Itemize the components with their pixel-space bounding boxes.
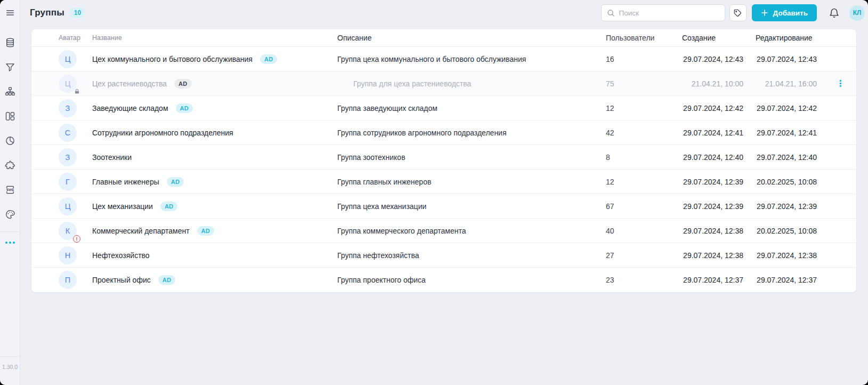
add-button-label: Добавить	[773, 9, 808, 17]
user-avatar[interactable]: КЛ	[849, 5, 865, 21]
sidebar-item-hierarchy[interactable]	[0, 86, 20, 97]
avatar-cell: З	[59, 148, 92, 166]
tag-icon	[733, 9, 742, 18]
notifications-button[interactable]	[829, 7, 840, 19]
avatar-cell: К!	[59, 222, 92, 240]
layout-icon	[5, 111, 15, 122]
kebab-menu-icon[interactable]: ⋮	[836, 79, 849, 88]
group-name: Сотрудники агрономного подразделения	[92, 129, 233, 137]
ellipsis-icon	[5, 242, 15, 244]
table-row[interactable]: ЦЦех коммунального и бытового обслуживан…	[31, 47, 856, 71]
created-date: 29.07.2024, 12:38	[677, 251, 743, 260]
table-row[interactable]: ННефтехозяйствоГруппа нефтехозяйства2729…	[31, 243, 856, 268]
sidebar-item-svg[interactable]: SVG	[0, 185, 20, 195]
avatar-cell: Ц	[59, 75, 92, 93]
sidebar-item-database[interactable]	[0, 37, 20, 48]
group-avatar: Ц	[59, 75, 77, 93]
edited-date: 29.07.2024, 12:38	[743, 251, 817, 260]
topbar: Группы 10 Добавить	[20, 0, 868, 26]
page-title: Группы	[30, 7, 64, 18]
ad-badge: AD	[260, 54, 278, 64]
add-button[interactable]: Добавить	[752, 4, 817, 21]
lock-icon-wrap	[74, 89, 80, 94]
created-date: 21.04.21, 10:00	[677, 79, 743, 88]
group-avatar: З	[59, 148, 77, 166]
table-row[interactable]: ГГлавные инженерыADГруппа главных инжене…	[31, 170, 856, 194]
warning-icon: !	[73, 235, 80, 243]
table-row[interactable]: ЗЗаведующие складомADГруппа заведующих с…	[31, 96, 856, 121]
avatar-initial: Ц	[65, 202, 71, 211]
hamburger-menu-button[interactable]	[0, 0, 20, 26]
sidebar-item-layout[interactable]	[0, 111, 20, 122]
table-row[interactable]: ППроектный офисADГруппа проектного офиса…	[31, 268, 856, 292]
puzzle-icon	[5, 160, 15, 171]
table-row[interactable]: К!Коммерческий департаментADГруппа комме…	[31, 219, 856, 243]
ad-badge: AD	[160, 202, 178, 211]
created-date: 29.07.2024, 12:40	[677, 153, 743, 162]
sidebar-item-more[interactable]	[5, 242, 15, 244]
edited-date: 29.07.2024, 12:40	[743, 153, 817, 162]
palette-icon	[5, 209, 15, 220]
users-count: 40	[606, 227, 677, 235]
group-avatar: Ц	[59, 50, 77, 68]
group-name-cell: Нефтехозяйство	[92, 251, 337, 260]
groups-table: Аватар Название Описание Пользователи Со…	[31, 29, 856, 292]
group-description: Группа цеха механизации	[337, 202, 606, 211]
avatar-initial: К	[66, 227, 70, 235]
avatar-initial: Н	[65, 251, 70, 260]
users-count: 8	[606, 153, 677, 162]
column-header-created: Создание	[677, 34, 743, 42]
edited-date: 21.04.21, 16:00	[743, 79, 817, 88]
avatar-initial: З	[66, 104, 70, 113]
group-avatar: С	[59, 124, 77, 142]
created-date: 29.07.2024, 12:41	[677, 129, 743, 137]
avatar-initial: Ц	[65, 55, 71, 63]
column-header-avatar: Аватар	[59, 34, 92, 42]
created-date: 29.07.2024, 12:38	[677, 227, 743, 235]
created-date: 29.07.2024, 12:39	[677, 202, 743, 211]
edited-date: 29.07.2024, 12:41	[743, 129, 817, 137]
table-header-row: Аватар Название Описание Пользователи Со…	[31, 29, 856, 47]
column-header-edited: Редактирование	[743, 34, 817, 42]
group-name-cell: Главные инженерыAD	[92, 177, 337, 187]
sidebar-item-palette[interactable]	[0, 209, 20, 220]
table-row[interactable]: ЦЦех растениеводстваADГруппа для цеха ра…	[31, 71, 856, 96]
groups-count-badge: 10	[70, 7, 85, 18]
table-row[interactable]: ЦЦех механизацииADГруппа цеха механизаци…	[31, 194, 856, 219]
sidebar-item-puzzle[interactable]	[0, 160, 20, 171]
group-name: Цех коммунального и бытового обслуживани…	[92, 55, 253, 63]
group-description: Группа цеха коммунального и бытового обс…	[337, 55, 606, 63]
tags-button[interactable]	[729, 4, 747, 21]
group-description: Группа зоотехников	[337, 153, 606, 162]
sidebar-footer: 1.30.0	[0, 356, 20, 385]
sidebar-item-filter[interactable]	[0, 62, 20, 73]
group-description: Группа проектного офиса	[337, 276, 606, 284]
avatar-cell: Н	[59, 246, 92, 264]
plus-icon	[761, 9, 768, 17]
edited-date: 29.07.2024, 12:37	[743, 276, 817, 284]
avatar-cell: Ц	[59, 197, 92, 215]
column-header-name: Название	[92, 34, 337, 42]
group-name: Зоотехники	[92, 153, 132, 162]
avatar-initial: П	[65, 276, 70, 284]
hierarchy-icon	[5, 86, 15, 97]
group-name: Цех механизации	[92, 202, 153, 211]
column-header-users: Пользователи	[606, 34, 677, 42]
app-version: 1.30.0	[2, 364, 18, 370]
table-row[interactable]: ССотрудники агрономного подразделенияГру…	[31, 121, 856, 145]
users-count: 16	[606, 55, 677, 63]
search-icon	[607, 9, 615, 17]
sidebar-item-pie-chart[interactable]	[0, 135, 20, 146]
app-window: SVG 1.30.0 Группы	[0, 0, 868, 385]
group-description: Группа заведующих складом	[337, 104, 606, 113]
group-name: Коммерческий департамент	[92, 227, 190, 235]
group-name-cell: Цех растениеводстваAD	[92, 79, 337, 89]
main-area: Группы 10 Добавить	[20, 0, 868, 385]
group-name: Главные инженеры	[92, 178, 159, 186]
group-avatar: П	[59, 271, 77, 289]
search-box	[601, 4, 725, 21]
group-avatar: Ц	[59, 197, 77, 215]
table-row[interactable]: ЗЗоотехникиГруппа зоотехников829.07.2024…	[31, 145, 856, 170]
group-description: Группа главных инженеров	[337, 178, 606, 186]
search-input[interactable]	[619, 9, 719, 17]
